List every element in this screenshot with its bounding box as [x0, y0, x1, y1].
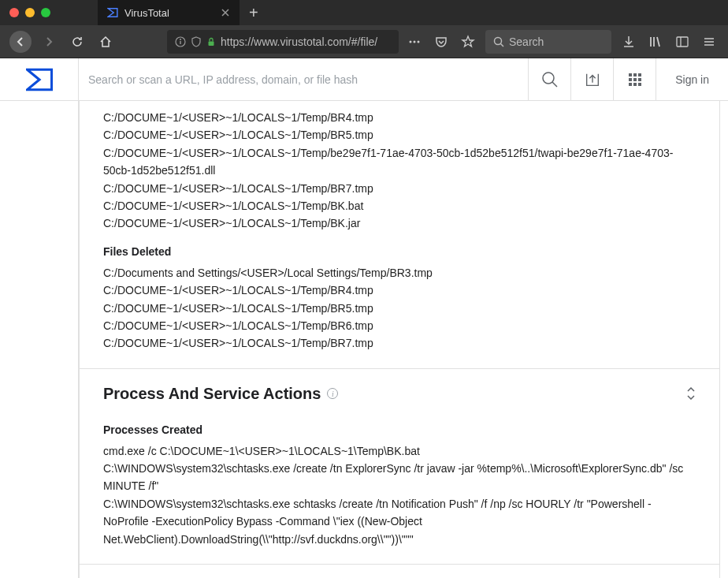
nav-toolbar: https://www.virustotal.com/#/file/ Searc…: [0, 25, 728, 58]
reload-button[interactable]: [66, 31, 88, 53]
svg-rect-13: [638, 73, 641, 76]
minimize-window-button[interactable]: [25, 8, 35, 17]
vt-content-scroll[interactable]: C:/DOCUME~1/<USER>~1/LOCALS~1/Temp/BR4.t…: [79, 101, 720, 578]
downloads-icon[interactable]: [619, 32, 638, 51]
vt-search-button[interactable]: [528, 58, 570, 101]
vt-content: C:/DOCUME~1/<USER>~1/LOCALS~1/Temp/BR4.t…: [79, 101, 720, 578]
vt-favicon-icon: [107, 7, 118, 18]
list-item: C:/DOCUME~1/<USER>~1/LOCALS~1/Temp/be29e…: [103, 144, 696, 180]
svg-point-7: [495, 37, 502, 44]
svg-rect-3: [209, 41, 214, 46]
vt-search-bar[interactable]: [79, 73, 528, 87]
back-button[interactable]: [9, 31, 32, 53]
list-item: C:/DOCUME~1/<USER>~1/LOCALS~1/Temp/BK.ba…: [103, 197, 696, 214]
list-item: C:/DOCUME~1/<USER>~1/LOCALS~1/Temp/BR4.t…: [103, 109, 696, 126]
window-controls: [9, 8, 50, 17]
address-bar[interactable]: https://www.virustotal.com/#/file/: [167, 30, 399, 54]
list-item: C:/DOCUME~1/<USER>~1/LOCALS~1/Temp/BR5.t…: [103, 300, 696, 317]
signin-label: Sign in: [675, 73, 709, 86]
process-section-title: Process And Service Actions: [103, 385, 321, 403]
svg-rect-15: [633, 78, 637, 81]
list-item: cmd.exe /c C:\DOCUME~1\<USER>~1\LOCALS~1…: [103, 442, 696, 460]
vt-logo[interactable]: [0, 58, 79, 100]
maximize-window-button[interactable]: [41, 8, 50, 17]
vt-search-input[interactable]: [88, 73, 518, 86]
lock-icon[interactable]: [206, 37, 216, 47]
forward-button[interactable]: [38, 31, 60, 53]
pocket-icon[interactable]: [432, 32, 451, 51]
process-section-header[interactable]: Process And Service Actions i: [80, 369, 719, 411]
collapse-toggle-icon[interactable]: [686, 387, 696, 400]
list-item: C:/DOCUME~1/<USER>~1/LOCALS~1/Temp/BK.ja…: [103, 214, 696, 232]
vt-right-gap: [720, 101, 728, 578]
files-opened-list: C:/DOCUME~1/<USER>~1/LOCALS~1/Temp/BR4.t…: [103, 109, 696, 233]
svg-rect-16: [638, 78, 641, 81]
tab-close-icon[interactable]: [221, 8, 230, 17]
search-placeholder: Search: [509, 35, 544, 48]
new-tab-button[interactable]: +: [240, 4, 268, 22]
vt-left-sidebar: [0, 101, 79, 578]
svg-point-4: [410, 40, 412, 43]
list-item: C:/Documents and Settings/<USER>/Local S…: [103, 264, 696, 282]
bookmark-star-icon[interactable]: [459, 32, 477, 51]
page-actions-icon[interactable]: [405, 32, 424, 51]
browser-titlebar: VirusTotal +: [0, 0, 728, 25]
tab-virustotal[interactable]: VirusTotal: [98, 0, 240, 25]
svg-rect-12: [633, 73, 637, 76]
svg-rect-19: [638, 83, 641, 86]
list-item: C:\WINDOWS\system32\schtasks.exe schtask…: [103, 495, 696, 548]
svg-rect-17: [629, 83, 632, 86]
file-actions-section: C:/DOCUME~1/<USER>~1/LOCALS~1/Temp/BR4.t…: [80, 101, 719, 369]
svg-rect-14: [629, 78, 632, 81]
info-icon[interactable]: [175, 36, 186, 47]
vt-upload-button[interactable]: [570, 58, 613, 101]
svg-rect-18: [633, 83, 637, 86]
list-item: C:\WINDOWS\system32\schtasks.exe /create…: [103, 460, 696, 495]
processes-created-list: cmd.exe /c C:\DOCUME~1\<USER>~1\LOCALS~1…: [103, 442, 696, 548]
list-item: C:/DOCUME~1/<USER>~1/LOCALS~1/Temp/BR7.t…: [103, 180, 696, 197]
process-section-body: Processes Created cmd.exe /c C:\DOCUME~1…: [80, 423, 719, 565]
shield-icon[interactable]: [191, 36, 202, 47]
search-icon: [493, 36, 504, 47]
processes-created-label: Processes Created: [103, 423, 696, 436]
files-deleted-label: Files Deleted: [103, 245, 696, 258]
files-deleted-list: C:/Documents and Settings/<USER>/Local S…: [103, 264, 696, 352]
svg-point-5: [414, 40, 416, 43]
list-item: C:/DOCUME~1/<USER>~1/LOCALS~1/Temp/BR7.t…: [103, 334, 696, 352]
sidebar-icon[interactable]: [673, 32, 692, 51]
svg-rect-11: [629, 73, 632, 76]
svg-rect-2: [180, 41, 180, 44]
svg-point-10: [543, 73, 554, 84]
vt-apps-button[interactable]: [613, 58, 656, 101]
list-item: C:/DOCUME~1/<USER>~1/LOCALS~1/Temp/BR5.t…: [103, 126, 696, 144]
vt-signin-button[interactable]: Sign in: [656, 58, 728, 100]
svg-rect-8: [677, 37, 688, 47]
info-icon[interactable]: i: [327, 388, 338, 399]
svg-point-1: [180, 39, 181, 40]
svg-point-6: [418, 40, 420, 43]
close-window-button[interactable]: [9, 8, 19, 17]
list-item: C:/DOCUME~1/<USER>~1/LOCALS~1/Temp/BR6.t…: [103, 317, 696, 334]
browser-search-box[interactable]: Search: [485, 30, 611, 54]
tab-title: VirusTotal: [124, 7, 169, 19]
tab-strip: VirusTotal +: [98, 0, 268, 25]
library-icon[interactable]: [646, 32, 665, 51]
vt-header: Sign in: [0, 58, 728, 101]
url-text: https://www.virustotal.com/#/file/: [221, 35, 377, 48]
list-item: C:/DOCUME~1/<USER>~1/LOCALS~1/Temp/BR4.t…: [103, 282, 696, 299]
home-button[interactable]: [95, 31, 117, 53]
menu-icon[interactable]: [700, 32, 719, 51]
vt-body: C:/DOCUME~1/<USER>~1/LOCALS~1/Temp/BR4.t…: [0, 101, 728, 578]
